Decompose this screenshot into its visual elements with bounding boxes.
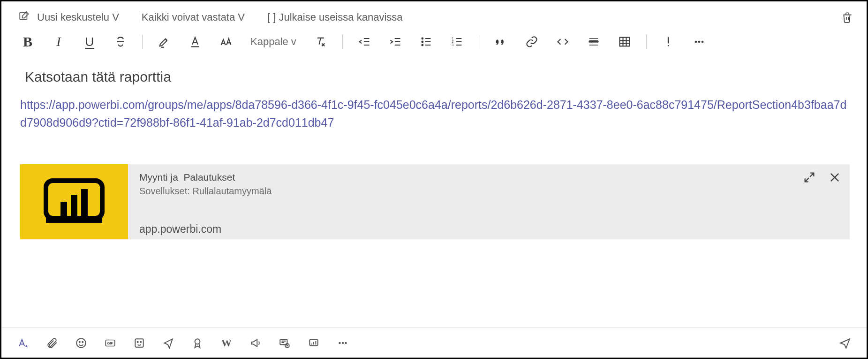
compose-action-bar: GIF W: [1, 328, 867, 358]
svg-text:1: 1: [452, 37, 453, 40]
svg-point-28: [342, 342, 344, 344]
italic-button[interactable]: I: [49, 32, 68, 51]
remove-preview-button[interactable]: [828, 171, 841, 184]
paragraph-style-selector[interactable]: Kappale v: [248, 36, 299, 48]
message-title: Katsotaan tätä raporttia: [25, 69, 850, 85]
code-button[interactable]: [553, 32, 572, 51]
indent-button[interactable]: [386, 32, 405, 51]
reply-setting-label: Kaikki voivat vastata V: [142, 11, 245, 23]
outdent-button[interactable]: [355, 32, 374, 51]
font-size-button[interactable]: [217, 32, 235, 51]
praise-button[interactable]: [190, 336, 205, 351]
svg-point-15: [76, 338, 86, 348]
table-button[interactable]: [615, 32, 634, 51]
hr-button[interactable]: [584, 32, 603, 51]
svg-text:2: 2: [452, 40, 453, 43]
svg-rect-7: [619, 38, 629, 46]
svg-point-17: [82, 341, 83, 342]
powerbi-icon: [39, 176, 109, 228]
emoji-button[interactable]: [74, 336, 89, 351]
preview-body: Myynti ja Palautukset Sovellukset: Rulla…: [128, 164, 850, 239]
gif-button[interactable]: GIF: [103, 336, 118, 351]
post-channels-button[interactable]: [ ] Julkaise useissa kanavissa: [267, 11, 403, 23]
preview-title-part1: Myynti ja: [139, 172, 178, 183]
message-body[interactable]: Katsotaan tätä raporttia https://app.pow…: [1, 57, 867, 239]
svg-point-3: [422, 45, 423, 46]
share-button[interactable]: [161, 336, 176, 351]
format-toolbar: B I U Kappale v 123: [1, 28, 867, 57]
bold-button[interactable]: B: [18, 32, 37, 51]
more-format-button[interactable]: [690, 32, 709, 51]
svg-text:GIF: GIF: [107, 341, 113, 345]
message-url-link[interactable]: https://app.powerbi.com/groups/me/apps/8…: [20, 96, 850, 131]
preview-domain: app.powerbi.com: [139, 223, 838, 236]
svg-point-23: [195, 339, 200, 344]
svg-point-21: [137, 341, 138, 342]
toolbar-separator: [479, 35, 479, 49]
delete-button[interactable]: [841, 11, 853, 23]
format-toggle-button[interactable]: [15, 336, 30, 351]
sticker-button[interactable]: [132, 336, 147, 351]
new-conversation-button[interactable]: Uusi keskustelu V: [18, 10, 119, 25]
svg-point-16: [79, 341, 80, 342]
post-channels-label: [ ] Julkaise useissa kanavissa: [267, 11, 403, 23]
strikethrough-button[interactable]: [111, 32, 130, 51]
powerbi-app-button[interactable]: [306, 336, 321, 351]
svg-point-9: [698, 41, 701, 43]
toolbar-separator: [342, 35, 343, 49]
svg-point-29: [345, 342, 347, 344]
toolbar-separator: [646, 35, 647, 49]
approvals-button[interactable]: [277, 336, 292, 351]
compose-header-row: Uusi keskustelu V Kaikki voivat vastata …: [1, 1, 867, 28]
svg-point-10: [702, 41, 704, 43]
wiki-button[interactable]: W: [219, 336, 234, 351]
svg-point-8: [695, 41, 697, 43]
preview-thumbnail: [20, 164, 128, 239]
link-button[interactable]: [522, 32, 541, 51]
send-button[interactable]: [838, 336, 853, 351]
preview-subtitle: Sovellukset: Rullalautamyymälä: [139, 186, 838, 197]
svg-text:3: 3: [452, 43, 453, 46]
svg-point-1: [422, 38, 423, 39]
reply-setting-button[interactable]: Kaikki voivat vastata V: [142, 11, 245, 23]
more-apps-button[interactable]: [335, 336, 350, 351]
svg-rect-13: [71, 195, 77, 218]
svg-rect-14: [81, 189, 88, 218]
svg-rect-20: [135, 339, 143, 347]
bullet-list-button[interactable]: [417, 32, 436, 51]
toolbar-separator: [142, 35, 143, 49]
attach-button[interactable]: [45, 336, 60, 351]
link-preview-card[interactable]: Myynti ja Palautukset Sovellukset: Rulla…: [20, 164, 850, 239]
svg-point-22: [140, 341, 141, 342]
underline-button[interactable]: U: [80, 32, 99, 51]
clear-formatting-button[interactable]: [311, 32, 330, 51]
svg-point-2: [422, 41, 423, 43]
highlight-button[interactable]: [155, 32, 174, 51]
important-button[interactable]: [659, 32, 678, 51]
font-color-button[interactable]: [186, 32, 204, 51]
numbered-list-button[interactable]: 123: [448, 32, 467, 51]
quote-button[interactable]: [491, 32, 510, 51]
compose-icon: [18, 10, 30, 25]
new-conversation-label: Uusi keskustelu V: [37, 11, 119, 23]
announce-button[interactable]: [248, 336, 263, 351]
svg-point-27: [339, 342, 340, 344]
expand-preview-button[interactable]: [803, 171, 816, 184]
preview-title-part2: Palautukset: [184, 172, 235, 183]
svg-rect-12: [60, 202, 67, 218]
